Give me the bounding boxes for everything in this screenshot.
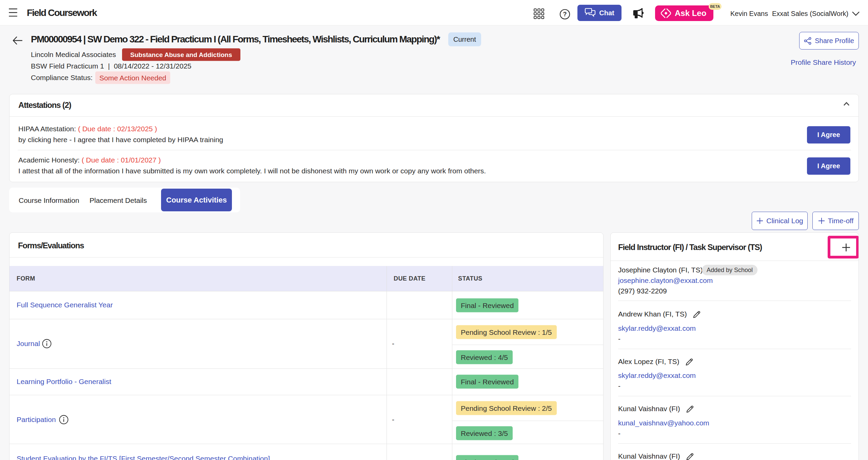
svg-text:?: ? bbox=[563, 11, 567, 18]
